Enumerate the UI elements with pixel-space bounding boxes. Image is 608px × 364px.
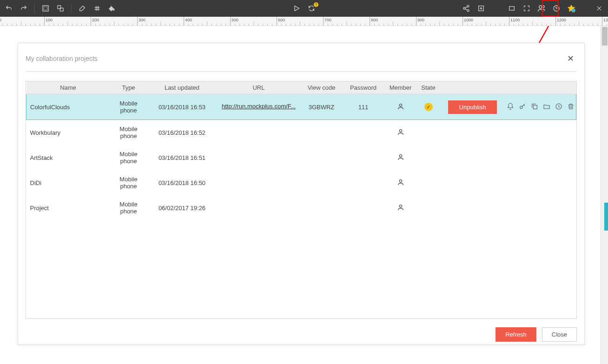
- ungroup-icon[interactable]: [56, 4, 65, 13]
- folder-icon[interactable]: [543, 103, 550, 112]
- play-icon[interactable]: [292, 4, 301, 13]
- cell-member[interactable]: [384, 195, 417, 220]
- redo-icon[interactable]: [20, 4, 28, 13]
- svg-point-10: [542, 6, 545, 8]
- cell-state: [417, 195, 440, 220]
- url-link[interactable]: http://run.mockplus.com/F...: [222, 103, 296, 110]
- svg-point-20: [399, 179, 402, 182]
- table-row[interactable]: ArtStackMobilephone03/16/2018 16:51: [26, 145, 576, 170]
- cell-updated: 03/16/2018 16:51: [147, 145, 217, 170]
- col-member: Member: [384, 81, 417, 94]
- collaboration-icon[interactable]: [537, 4, 546, 13]
- fit-icon[interactable]: [508, 4, 516, 13]
- canvas-area: My collaboration projects ✕ Name Type La…: [0, 26, 608, 364]
- cell-action: [440, 170, 505, 195]
- svg-rect-1: [44, 7, 47, 10]
- cell-viewcode: 3GBWRZ: [301, 94, 343, 120]
- cell-url: [217, 170, 301, 195]
- cell-tools: [505, 120, 576, 146]
- cell-viewcode: [301, 170, 343, 195]
- col-state: State: [417, 81, 440, 94]
- dialog-close-button[interactable]: ✕: [564, 53, 577, 65]
- svg-point-5: [463, 7, 465, 9]
- svg-rect-16: [533, 105, 537, 109]
- cell-member[interactable]: [384, 170, 417, 195]
- cell-name: Project: [26, 195, 110, 220]
- refresh-button[interactable]: Refresh: [496, 327, 536, 342]
- delete-icon[interactable]: [567, 103, 575, 112]
- svg-point-4: [467, 5, 469, 7]
- table-row[interactable]: WorkbularyMobilephone03/16/2018 16:52: [26, 120, 576, 146]
- cell-state: [417, 120, 440, 146]
- cell-name: DiDi: [26, 170, 110, 195]
- cell-name: Workbulary: [26, 120, 110, 146]
- undo-icon[interactable]: [5, 4, 13, 13]
- side-panel-handle[interactable]: [604, 203, 608, 231]
- help-icon[interactable]: [552, 4, 561, 13]
- cell-action: Unpublish: [440, 94, 505, 120]
- share-icon[interactable]: [462, 4, 470, 13]
- fullscreen-icon[interactable]: [522, 4, 531, 13]
- cell-password: [343, 195, 384, 220]
- table-row[interactable]: ColorfulCloudsMobilephone03/16/2018 16:5…: [26, 94, 576, 120]
- brush-icon[interactable]: [78, 4, 86, 13]
- cell-tools: [505, 94, 576, 120]
- svg-point-19: [399, 154, 402, 157]
- vertical-scrollbar[interactable]: [601, 26, 608, 364]
- close-button[interactable]: Close: [542, 327, 577, 342]
- cell-member[interactable]: [384, 94, 417, 120]
- cell-action: [440, 195, 505, 220]
- member-icon: [397, 128, 404, 136]
- grid-icon[interactable]: [93, 4, 101, 13]
- unpublish-button[interactable]: Unpublish: [448, 100, 497, 114]
- copy-icon[interactable]: [531, 103, 538, 112]
- svg-point-9: [539, 6, 542, 8]
- state-check-icon: ✓: [424, 103, 433, 111]
- cell-type: Mobilephone: [110, 170, 147, 195]
- sync-icon[interactable]: [307, 4, 316, 13]
- cell-url: [217, 195, 301, 220]
- table-row[interactable]: ProjectMobilephone06/02/2017 19:26: [26, 195, 576, 220]
- cell-member[interactable]: [384, 145, 417, 170]
- history-icon[interactable]: [555, 103, 562, 112]
- collaboration-dialog: My collaboration projects ✕ Name Type La…: [18, 43, 585, 345]
- svg-point-21: [399, 205, 402, 207]
- notify-icon[interactable]: [507, 103, 514, 112]
- col-url: URL: [217, 81, 301, 94]
- cell-type: Mobilephone: [110, 120, 147, 146]
- cell-updated: 03/16/2018 16:52: [147, 120, 217, 146]
- cell-password: [343, 170, 384, 195]
- cell-type: Mobilephone: [110, 195, 147, 220]
- export-icon[interactable]: [477, 4, 485, 13]
- scrollbar-thumb[interactable]: [602, 27, 608, 46]
- cell-updated: 03/16/2018 16:50: [147, 170, 217, 195]
- col-updated: Last updated: [147, 81, 217, 94]
- cell-tools: [505, 170, 576, 195]
- upgrade-icon[interactable]: [567, 4, 575, 13]
- cell-password: [343, 120, 384, 146]
- cell-viewcode: [301, 195, 343, 220]
- window-close-icon[interactable]: [595, 4, 603, 13]
- cell-state: [417, 170, 440, 195]
- cell-name: ColorfulClouds: [26, 94, 110, 120]
- toolbar-separator: [71, 4, 72, 13]
- dialog-title: My collaboration projects: [26, 55, 98, 62]
- col-viewcode: View code: [301, 81, 343, 94]
- cell-url: [217, 120, 301, 146]
- cell-action: [440, 145, 505, 170]
- svg-point-6: [467, 10, 469, 12]
- cell-member[interactable]: [384, 120, 417, 146]
- cell-updated: 06/02/2017 19:26: [147, 195, 217, 220]
- table-row[interactable]: DiDiMobilephone03/16/2018 16:50: [26, 170, 576, 195]
- key-icon[interactable]: [519, 103, 526, 112]
- cell-type: Mobilephone: [110, 94, 147, 120]
- cell-url: http://run.mockplus.com/F...: [217, 94, 301, 120]
- horizontal-ruler: 0100200300400500600700800900100011001200…: [0, 17, 608, 26]
- top-toolbar: [0, 0, 608, 17]
- group-icon[interactable]: [41, 4, 50, 13]
- paint-bucket-icon[interactable]: [108, 4, 116, 13]
- table-header-row: Name Type Last updated URL View code Pas…: [26, 81, 576, 94]
- cell-state: [417, 145, 440, 170]
- projects-table: Name Type Last updated URL View code Pas…: [26, 81, 576, 220]
- svg-rect-8: [509, 7, 515, 10]
